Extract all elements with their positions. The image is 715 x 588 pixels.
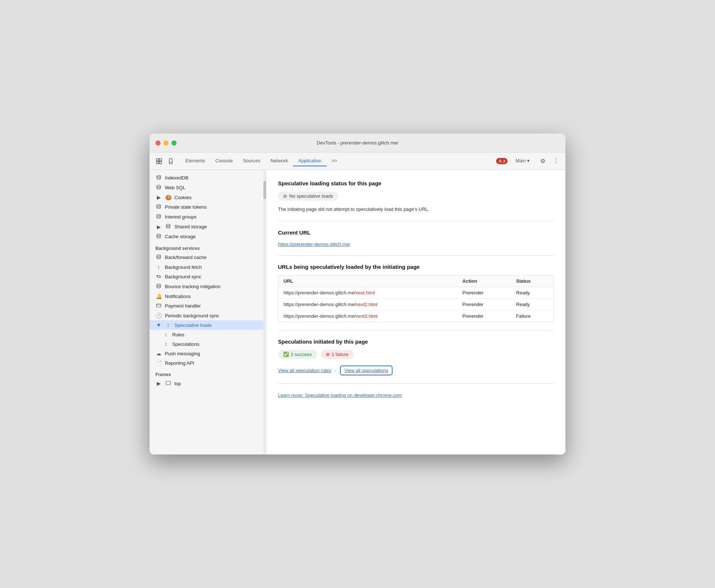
tab-network[interactable]: Network bbox=[266, 156, 293, 166]
no-loads-label: No speculative loads bbox=[289, 193, 333, 199]
table-row: https://prerender-demos.glitch.me/next.h… bbox=[278, 287, 553, 298]
dot-separator: · bbox=[335, 367, 336, 373]
divider-3 bbox=[278, 330, 554, 330]
learn-more-link[interactable]: Learn more: Speculative loading on devel… bbox=[278, 392, 402, 398]
main-dropdown[interactable]: Main ▾ bbox=[510, 156, 535, 166]
devtools-window: DevTools - prerender-demos.glitch.me/ El… bbox=[150, 134, 565, 454]
action-cell-1: Prerender bbox=[457, 287, 511, 298]
websql-icon bbox=[155, 185, 162, 191]
bg-sync-icon bbox=[155, 274, 162, 280]
sidebar-item-push-messaging[interactable]: ☁ Push messaging bbox=[150, 349, 266, 358]
current-url-link[interactable]: https://prerender-demos.glitch.me/ bbox=[278, 241, 350, 247]
private-state-icon bbox=[155, 204, 162, 210]
tab-application[interactable]: Application bbox=[293, 156, 326, 166]
status-cell-2: Ready bbox=[511, 298, 553, 310]
main-content: Speculative loading status for this page… bbox=[266, 170, 565, 454]
tab-elements[interactable]: Elements bbox=[180, 156, 210, 166]
svg-rect-3 bbox=[159, 162, 162, 164]
view-speculations-link[interactable]: View all speculations bbox=[340, 365, 393, 375]
top-frame-icon bbox=[165, 380, 171, 386]
failure-badge: ⊗ 1 failure bbox=[321, 350, 353, 359]
sidebar-item-speculations[interactable]: ↕ Speculations bbox=[150, 339, 266, 349]
sidebar-item-bg-fetch[interactable]: ↕ Background fetch bbox=[150, 262, 266, 272]
action-cell-3: Prerender bbox=[457, 310, 511, 322]
svg-point-12 bbox=[157, 255, 161, 256]
sidebar-item-backforward[interactable]: Back/forward cache bbox=[150, 252, 266, 262]
action-cell-2: Prerender bbox=[457, 298, 511, 310]
top-expand-icon: ▶ bbox=[155, 380, 162, 386]
success-label: 2 success bbox=[291, 352, 312, 357]
sidebar-item-cache-storage[interactable]: Cache storage bbox=[150, 232, 266, 241]
notifications-icon: 🔔 bbox=[155, 293, 162, 299]
speculative-icon: ↕ bbox=[165, 322, 171, 328]
speculative-expand-icon: ▼ bbox=[155, 322, 162, 328]
sidebar-item-bg-sync[interactable]: Background sync bbox=[150, 272, 266, 282]
sidebar-item-interest-groups[interactable]: Interest groups bbox=[150, 212, 266, 222]
bg-fetch-icon: ↕ bbox=[155, 264, 162, 270]
svg-point-7 bbox=[157, 185, 161, 187]
sidebar-item-reporting-api[interactable]: 📄 Reporting API bbox=[150, 358, 266, 368]
sidebar-scrollbar-thumb[interactable] bbox=[263, 181, 266, 199]
sidebar-item-private-state[interactable]: Private state tokens bbox=[150, 202, 266, 212]
no-loads-badge: ⊘ No speculative loads bbox=[278, 192, 338, 201]
svg-rect-0 bbox=[156, 159, 159, 161]
svg-rect-2 bbox=[156, 162, 159, 164]
indexeddb-icon bbox=[155, 175, 162, 181]
sidebar-scrollbar-track[interactable] bbox=[263, 170, 266, 454]
tab-sources[interactable]: Sources bbox=[238, 156, 266, 166]
sidebar-item-indexeddb[interactable]: IndexedDB bbox=[150, 173, 266, 183]
toolbar-right: ⚠ 2 Main ▾ ⚙ ⋮ bbox=[496, 156, 561, 166]
sidebar: IndexedDB Web SQL ▶ 🍪 Cookies bbox=[150, 170, 266, 391]
frames-label: Frames bbox=[150, 368, 266, 379]
sidebar-item-websql[interactable]: Web SQL bbox=[150, 183, 266, 193]
bg-services-label: Background services bbox=[150, 241, 266, 252]
minimize-button[interactable] bbox=[163, 140, 169, 146]
settings-icon[interactable]: ⚙ bbox=[538, 156, 548, 166]
tab-more[interactable]: >> bbox=[326, 156, 342, 166]
initiating-page-text: The initiating page did not attempt to s… bbox=[278, 206, 554, 213]
maximize-button[interactable] bbox=[171, 140, 177, 146]
periodic-sync-icon: 🕐 bbox=[155, 313, 162, 318]
svg-point-13 bbox=[157, 284, 161, 286]
rules-icon: ↕ bbox=[163, 332, 169, 337]
window-controls bbox=[155, 140, 177, 146]
tab-console[interactable]: Console bbox=[210, 156, 238, 166]
svg-rect-16 bbox=[166, 381, 170, 385]
sidebar-item-top[interactable]: ▶ top bbox=[150, 379, 266, 388]
sidebar-item-notifications[interactable]: 🔔 Notifications bbox=[150, 291, 266, 301]
sidebar-item-cookies[interactable]: ▶ 🍪 Cookies bbox=[150, 193, 266, 202]
speculative-loading-title: Speculative loading status for this page bbox=[278, 180, 554, 186]
svg-rect-4 bbox=[169, 159, 172, 164]
payment-icon bbox=[155, 303, 162, 309]
inspector-icon[interactable] bbox=[154, 156, 164, 166]
sidebar-item-shared-storage[interactable]: ▶ Shared storage bbox=[150, 222, 266, 232]
svg-rect-14 bbox=[156, 304, 161, 307]
svg-point-9 bbox=[157, 214, 161, 216]
divider-1 bbox=[278, 221, 554, 221]
sidebar-item-bounce-tracking[interactable]: Bounce tracking mitigation bbox=[150, 282, 266, 291]
toolbar: Elements Console Sources Network Applica… bbox=[150, 152, 565, 170]
reporting-icon: 📄 bbox=[155, 360, 162, 366]
status-cell-3: Failure bbox=[511, 310, 553, 322]
success-badge: ✅ 2 success bbox=[278, 350, 317, 359]
sidebar-wrapper: IndexedDB Web SQL ▶ 🍪 Cookies bbox=[150, 170, 266, 454]
more-icon[interactable]: ⋮ bbox=[551, 156, 561, 166]
mobile-icon[interactable] bbox=[166, 156, 176, 166]
current-url-title: Current URL bbox=[278, 229, 554, 236]
svg-point-6 bbox=[157, 175, 161, 177]
svg-rect-1 bbox=[159, 159, 162, 161]
badge-count: 2 bbox=[503, 159, 505, 163]
table-row: https://prerender-demos.glitch.me/next2.… bbox=[278, 298, 553, 310]
svg-point-8 bbox=[157, 205, 161, 206]
sidebar-item-periodic-bg-sync[interactable]: 🕐 Periodic background sync bbox=[150, 311, 266, 320]
no-loads-icon: ⊘ bbox=[283, 193, 287, 199]
sidebar-item-rules[interactable]: ↕ Rules bbox=[150, 330, 266, 339]
table-row: https://prerender-demos.glitch.me/next3.… bbox=[278, 310, 553, 322]
close-button[interactable] bbox=[155, 140, 161, 146]
divider-2 bbox=[278, 255, 554, 256]
sidebar-item-payment-handler[interactable]: Payment handler bbox=[150, 301, 266, 311]
view-rules-link[interactable]: View all speculation rules bbox=[278, 368, 331, 373]
badge-icon: ⚠ bbox=[498, 159, 502, 163]
sidebar-item-speculative-loads[interactable]: ▼ ↕ Speculative loads bbox=[150, 320, 266, 330]
cookies-icon: 🍪 bbox=[165, 194, 171, 200]
